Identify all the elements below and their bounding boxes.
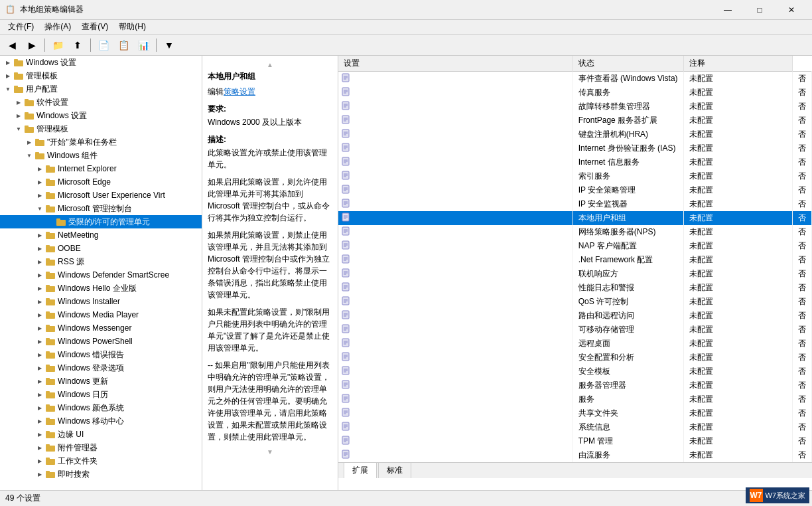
table-row[interactable]: IP 安全监视器未配置否: [338, 197, 812, 211]
table-row[interactable]: 故障转移群集管理器未配置否: [338, 100, 812, 114]
table-row[interactable]: IP 安全策略管理未配置否: [338, 183, 812, 197]
tree-item-edge-ui[interactable]: ▶边缘 UI: [0, 428, 202, 441]
new-button[interactable]: 📄: [94, 37, 113, 54]
table-row[interactable]: 网络策略服务器(NPS)未配置否: [338, 225, 812, 239]
table-row[interactable]: 联机响应方未配置否: [338, 267, 812, 281]
table-row[interactable]: 传真服务未配置否: [338, 86, 812, 100]
tree-item-restricted-snap[interactable]: 受限的/许可的管理单元: [0, 215, 202, 228]
tree-expander-win-login[interactable]: ▶: [34, 363, 45, 373]
tree-expander-ms-user-exp[interactable]: ▶: [34, 190, 45, 201]
tree-item-win-mediaplayer[interactable]: ▶Windows Media Player: [0, 308, 202, 321]
tree-item-rss[interactable]: ▶RSS 源: [0, 255, 202, 268]
detail-button[interactable]: 📊: [134, 37, 153, 54]
close-button[interactable]: ✕: [776, 0, 807, 20]
tree-expander-oobe[interactable]: ▶: [34, 243, 45, 254]
tree-expander-edge[interactable]: ▶: [34, 177, 45, 187]
table-row[interactable]: 可移动存储管理未配置否: [338, 323, 812, 337]
tree-item-oobe[interactable]: ▶OOBE: [0, 242, 202, 255]
tree-item-win-powershell[interactable]: ▶Windows PowerShell: [0, 335, 202, 348]
tree-expander-work-folder[interactable]: ▶: [34, 456, 45, 466]
tree-expander-win-hello[interactable]: ▶: [34, 283, 45, 294]
maximize-button[interactable]: □: [744, 0, 775, 20]
tree-expander-win-mediaplayer[interactable]: ▶: [34, 309, 45, 320]
tab-extend[interactable]: 扩展: [344, 462, 377, 478]
tree-item-addon-manager[interactable]: ▶附件管理器: [0, 441, 202, 454]
tree-item-win-errorreport[interactable]: ▶Windows 错误报告: [0, 348, 202, 361]
tree-expander-instant-search[interactable]: ▶: [34, 469, 45, 479]
back-button[interactable]: ◀: [3, 37, 21, 54]
tree-expander-win-color[interactable]: ▶: [34, 402, 45, 413]
table-row[interactable]: .Net Framework 配置未配置否: [338, 253, 812, 267]
tree-expander-netmeeting[interactable]: ▶: [34, 230, 45, 240]
table-row[interactable]: FrontPage 服务器扩展未配置否: [338, 114, 812, 127]
tree-expander-win-settings[interactable]: ▶: [3, 57, 13, 68]
tree-item-win-calendar[interactable]: ▶Windows 日历: [0, 388, 202, 401]
tree-item-ms-mmc[interactable]: ▼Microsoft 管理控制台: [0, 202, 202, 215]
tree-expander-start-taskbar[interactable]: ▶: [24, 137, 34, 147]
table-row[interactable]: 性能日志和警报未配置否: [338, 281, 812, 295]
tree-expander-edge-ui[interactable]: ▶: [34, 429, 45, 440]
tree-item-edge[interactable]: ▶Microsoft Edge: [0, 175, 202, 189]
tab-standard[interactable]: 标准: [378, 462, 411, 478]
tree-item-start-taskbar[interactable]: ▶"开始"菜单和任务栏: [0, 135, 202, 149]
table-row[interactable]: Internet 身份验证服务 (IAS)未配置否: [338, 141, 812, 155]
table-row[interactable]: 索引服务未配置否: [338, 169, 812, 183]
tree-item-win-settings2[interactable]: ▶Windows 设置: [0, 109, 202, 122]
tree-expander-win-installer[interactable]: ▶: [34, 296, 45, 307]
tree-expander-win-calendar[interactable]: ▶: [34, 389, 45, 400]
table-row[interactable]: 服务未配置否: [338, 392, 812, 406]
tree-expander-software-settings[interactable]: ▶: [13, 97, 24, 108]
tree-expander-win-defender[interactable]: ▶: [34, 270, 45, 280]
tree-item-ie[interactable]: ▶Internet Explorer: [0, 162, 202, 175]
tree-expander-win-components[interactable]: ▼: [24, 150, 34, 161]
tree-item-admin-templates[interactable]: ▶管理模板: [0, 69, 202, 82]
table-row[interactable]: 系统信息未配置否: [338, 420, 812, 434]
policy-settings-link[interactable]: 策略设置: [224, 87, 255, 96]
table-row[interactable]: 路由和远程访问未配置否: [338, 309, 812, 323]
table-row[interactable]: NAP 客户端配置未配置否: [338, 239, 812, 253]
table-row[interactable]: 服务器管理器未配置否: [338, 379, 812, 392]
tree-expander-win-update[interactable]: ▶: [34, 376, 45, 386]
filter-button[interactable]: ▼: [160, 37, 178, 54]
tree-expander-restricted-snap[interactable]: [45, 216, 56, 227]
tree-item-win-mobility[interactable]: ▶Windows 移动中心: [0, 414, 202, 428]
tree-item-ms-user-exp[interactable]: ▶Microsoft User Experience Virt: [0, 189, 202, 202]
table-row[interactable]: 远程桌面未配置否: [338, 337, 812, 351]
tree-expander-admin-templates2[interactable]: ▼: [13, 124, 24, 134]
tree-expander-rss[interactable]: ▶: [34, 256, 45, 267]
tree-item-win-messenger[interactable]: ▶Windows Messenger: [0, 321, 202, 335]
tree-item-win-login[interactable]: ▶Windows 登录选项: [0, 361, 202, 375]
tree-expander-ms-mmc[interactable]: ▼: [34, 203, 45, 214]
minimize-button[interactable]: —: [712, 0, 743, 20]
tree-item-netmeeting[interactable]: ▶NetMeeting: [0, 228, 202, 242]
tree-item-win-defender[interactable]: ▶Windows Defender SmartScree: [0, 268, 202, 282]
tree-item-instant-search[interactable]: ▶即时搜索: [0, 467, 202, 481]
table-row[interactable]: 本地用户和组未配置否: [338, 211, 812, 225]
table-row[interactable]: Internet 信息服务未配置否: [338, 155, 812, 169]
tree-item-user-config[interactable]: ▼用户配置: [0, 82, 202, 96]
forward-button[interactable]: ▶: [23, 37, 41, 54]
tree-expander-win-mobility[interactable]: ▶: [34, 416, 45, 426]
tree-item-win-update[interactable]: ▶Windows 更新: [0, 375, 202, 388]
tree-expander-ie[interactable]: ▶: [34, 163, 45, 174]
tree-item-win-hello[interactable]: ▶Windows Hello 企业版: [0, 282, 202, 295]
tree-item-win-color[interactable]: ▶Windows 颜色系统: [0, 401, 202, 414]
table-row[interactable]: QoS 许可控制未配置否: [338, 295, 812, 309]
show-tree-button[interactable]: 📁: [48, 37, 67, 54]
table-row[interactable]: 键盘注册机构(HRA)未配置否: [338, 127, 812, 141]
table-row[interactable]: 安全模板未配置否: [338, 365, 812, 379]
tree-item-admin-templates2[interactable]: ▼管理模板: [0, 122, 202, 135]
menu-file[interactable]: 文件(F): [3, 20, 39, 34]
tree-item-work-folder[interactable]: ▶工作文件夹: [0, 454, 202, 467]
table-row[interactable]: 由流服务未配置否: [338, 448, 812, 462]
tree-expander-win-messenger[interactable]: ▶: [34, 323, 45, 333]
tree-item-win-settings[interactable]: ▶Windows 设置: [0, 56, 202, 69]
tree-expander-admin-templates[interactable]: ▶: [3, 70, 13, 81]
properties-button[interactable]: 📋: [114, 37, 133, 54]
table-row[interactable]: 事件查看器 (Windows Vista)未配置否: [338, 72, 812, 86]
up-button[interactable]: ⬆: [68, 37, 87, 54]
tree-expander-addon-manager[interactable]: ▶: [34, 442, 45, 453]
tree-expander-win-settings2[interactable]: ▶: [13, 110, 24, 121]
table-row[interactable]: 安全配置和分析未配置否: [338, 351, 812, 365]
menu-view[interactable]: 查看(V): [76, 20, 113, 34]
